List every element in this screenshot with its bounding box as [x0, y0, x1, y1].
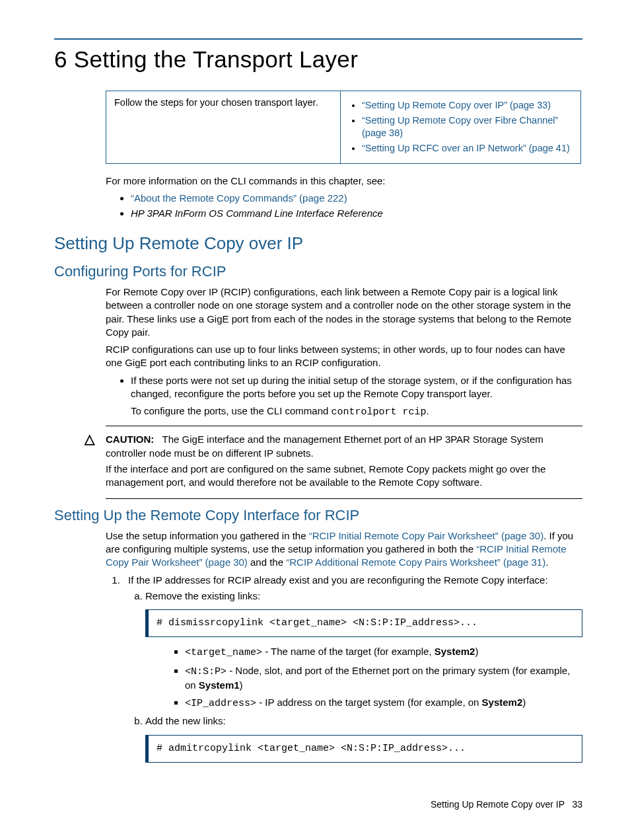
caution-p2: If the interface and port are configured…	[106, 463, 582, 490]
text: )	[522, 697, 526, 708]
intro-bullet: “About the Remote Copy Commands” (page 2…	[131, 192, 582, 205]
step-1a: Remove the existing links: # dismissrcop…	[145, 590, 582, 711]
param-item: <IP_address> - IP address on the target …	[185, 696, 582, 710]
param-code: <IP_address>	[185, 698, 256, 709]
xref-worksheet-30a[interactable]: “RCIP Initial Remote Copy Pair Worksheet…	[309, 530, 543, 541]
step-text: Add the new links:	[145, 715, 226, 726]
nav-link-rcfc[interactable]: “Setting Up Remote Copy over Fibre Chann…	[362, 115, 558, 139]
chapter-title: Setting the Transport Layer	[74, 46, 358, 72]
nav-link-item: “Setting Up RCFC over an IP Network” (pa…	[362, 142, 573, 155]
param-code: <target_name>	[185, 647, 262, 658]
footer-page-number: 33	[572, 799, 582, 810]
text: To configure the ports, use the CLI comm…	[131, 405, 332, 416]
page-footer: Setting Up Remote Copy over IP 33	[431, 798, 582, 811]
step-1: If the IP addresses for RCIP already exi…	[123, 574, 582, 763]
xref-about-rc-commands[interactable]: “About the Remote Copy Commands” (page 2…	[131, 192, 347, 204]
step-text: Remove the existing links:	[145, 590, 260, 601]
text: - IP address on the target system (for e…	[256, 697, 482, 708]
param-bold: System2	[482, 697, 523, 708]
caution-text: The GigE interface and the management Et…	[106, 434, 543, 458]
footer-section: Setting Up Remote Copy over IP	[431, 799, 565, 810]
text: .	[427, 405, 429, 416]
body-bullet: If these ports were not set up during th…	[131, 374, 582, 420]
code-dismissrcopylink: # dismissrcopylink <target_name> <N:S:P:…	[145, 609, 582, 637]
nav-link-rcip[interactable]: “Setting Up Remote Copy over IP” (page 3…	[362, 100, 551, 110]
body-text: For Remote Copy over IP (RCIP) configura…	[54, 286, 582, 339]
text: .	[545, 556, 548, 568]
step-1b: Add the new links: # admitrcopylink <tar…	[145, 714, 582, 763]
param-code: <N:S:P>	[185, 666, 227, 677]
divider	[106, 498, 582, 499]
caution-block: △ CAUTION: The GigE interface and the ma…	[54, 430, 582, 492]
text: Use the setup information you gathered i…	[106, 530, 309, 541]
code-admitrcopylink: # admitrcopylink <target_name> <N:S:P:IP…	[145, 735, 582, 763]
cli-command: controlport rcip	[332, 406, 427, 418]
text: - The name of the target (for example,	[262, 646, 435, 657]
top-rule	[54, 38, 582, 40]
transport-layer-nav-table: Follow the steps for your chosen transpo…	[106, 91, 581, 163]
chapter-heading: 6 Setting the Transport Layer	[54, 44, 582, 75]
nav-links-cell: “Setting Up Remote Copy over IP” (page 3…	[341, 91, 581, 163]
nav-link-item: “Setting Up Remote Copy over Fibre Chann…	[362, 114, 573, 140]
body-text: RCIP configurations can use up to four l…	[54, 343, 582, 370]
nav-link-item: “Setting Up Remote Copy over IP” (page 3…	[362, 99, 573, 112]
nav-instruction: Follow the steps for your chosen transpo…	[106, 91, 341, 163]
nav-link-rcfc-ip[interactable]: “Setting Up RCFC over an IP Network” (pa…	[362, 143, 570, 153]
param-bold: System2	[435, 646, 475, 657]
caution-label: CAUTION:	[106, 434, 154, 445]
body-text: Use the setup information you gathered i…	[54, 529, 582, 570]
param-item: <N:S:P> - Node, slot, and port of the Et…	[185, 664, 582, 693]
intro-line: For more information on the CLI commands…	[54, 174, 582, 188]
subsection-rcip-interface: Setting Up the Remote Copy Interface for…	[54, 506, 582, 525]
text: )	[475, 646, 478, 657]
param-item: <target_name> - The name of the target (…	[185, 645, 582, 660]
divider	[106, 426, 582, 426]
xref-worksheet-31[interactable]: “RCIP Additional Remote Copy Pairs Works…	[286, 556, 545, 568]
bullet-subtext: To configure the ports, use the CLI comm…	[131, 404, 582, 419]
caution-p1: CAUTION: The GigE interface and the mana…	[106, 433, 582, 460]
intro-bullet: HP 3PAR InForm OS Command Line Interface…	[131, 207, 582, 220]
chapter-number: 6	[54, 46, 67, 72]
caution-icon: △	[85, 430, 106, 492]
bullet-text: If these ports were not set up during th…	[131, 375, 572, 399]
step-text: If the IP addresses for RCIP already exi…	[128, 574, 548, 586]
text: )	[240, 679, 243, 691]
section-rcip: Setting Up Remote Copy over IP	[54, 232, 582, 255]
cli-reference-title: HP 3PAR InForm OS Command Line Interface…	[131, 208, 383, 219]
param-bold: System1	[199, 679, 240, 691]
text: and the	[248, 556, 286, 568]
subsection-configuring-ports: Configuring Ports for RCIP	[54, 262, 582, 282]
